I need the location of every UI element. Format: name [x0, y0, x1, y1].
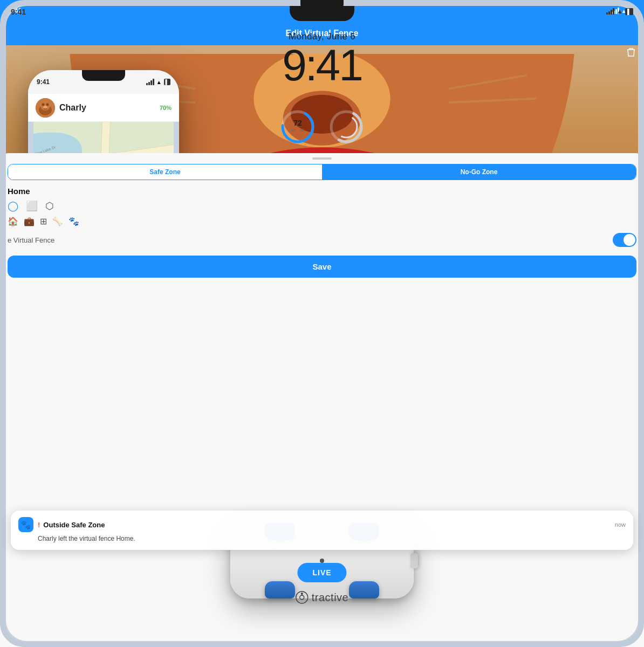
tractive-brand-name: tractive — [312, 591, 348, 604]
lockscreen-date: Monday, June 6 — [0, 31, 178, 42]
center-status-bar: 9:41 ▲ ▌ — [0, 0, 178, 27]
pet-name-label: Charly — [59, 103, 86, 113]
device-tab-bl — [265, 581, 295, 598]
svg-point-3 — [42, 103, 45, 106]
svg-point-4 — [46, 103, 49, 106]
svg-point-46 — [300, 595, 304, 600]
main-scene: 9:41 ▲ ▌ — [0, 0, 644, 647]
device-tab-br — [349, 581, 379, 598]
battery-percent: 70% — [160, 105, 172, 111]
dog-avatar-svg — [36, 98, 55, 118]
center-time: 9:41 — [11, 8, 26, 16]
device-led — [320, 559, 324, 563]
svg-point-47 — [301, 593, 303, 595]
pet-avatar — [36, 98, 55, 118]
tractive-logo: tractive — [296, 591, 348, 604]
device-button — [410, 553, 418, 568]
tractive-logo-icon — [296, 591, 309, 604]
left-header-bar: Charly 70% — [28, 94, 179, 122]
lockscreen-time: 9:41 — [0, 43, 178, 87]
